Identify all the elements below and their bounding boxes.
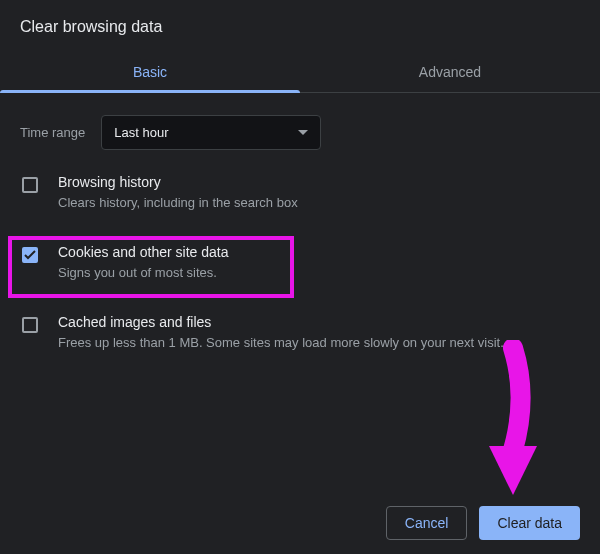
time-range-row: Time range Last hour <box>20 115 580 150</box>
tab-label: Basic <box>133 64 167 80</box>
options-list: Browsing history Clears history, includi… <box>20 174 580 353</box>
option-title: Cookies and other site data <box>58 244 228 260</box>
cancel-button[interactable]: Cancel <box>386 506 468 540</box>
clear-browsing-data-dialog: Clear browsing data Basic Advanced Time … <box>0 0 600 554</box>
tabs: Basic Advanced <box>0 52 600 93</box>
option-cookies: Cookies and other site data Signs you ou… <box>20 244 580 282</box>
dialog-actions: Cancel Clear data <box>386 506 580 540</box>
option-desc: Frees up less than 1 MB. Some sites may … <box>58 334 504 352</box>
checkbox-cached[interactable] <box>22 317 38 333</box>
option-text: Browsing history Clears history, includi… <box>58 174 298 212</box>
time-range-label: Time range <box>20 125 85 140</box>
svg-marker-0 <box>489 446 537 495</box>
option-text: Cookies and other site data Signs you ou… <box>58 244 228 282</box>
option-title: Browsing history <box>58 174 298 190</box>
clear-data-button[interactable]: Clear data <box>479 506 580 540</box>
time-range-select[interactable]: Last hour <box>101 115 321 150</box>
tab-label: Advanced <box>419 64 481 80</box>
option-desc: Signs you out of most sites. <box>58 264 228 282</box>
dialog-title: Clear browsing data <box>20 18 580 36</box>
option-cached: Cached images and files Frees up less th… <box>20 314 580 352</box>
tab-basic[interactable]: Basic <box>0 52 300 92</box>
annotation-arrow-icon <box>475 340 545 510</box>
option-browsing-history: Browsing history Clears history, includi… <box>20 174 580 212</box>
time-range-value: Last hour <box>114 125 168 140</box>
checkbox-browsing-history[interactable] <box>22 177 38 193</box>
option-desc: Clears history, including in the search … <box>58 194 298 212</box>
option-text: Cached images and files Frees up less th… <box>58 314 504 352</box>
tab-advanced[interactable]: Advanced <box>300 52 600 92</box>
checkbox-cookies[interactable] <box>22 247 38 263</box>
option-title: Cached images and files <box>58 314 504 330</box>
chevron-down-icon <box>298 130 308 136</box>
